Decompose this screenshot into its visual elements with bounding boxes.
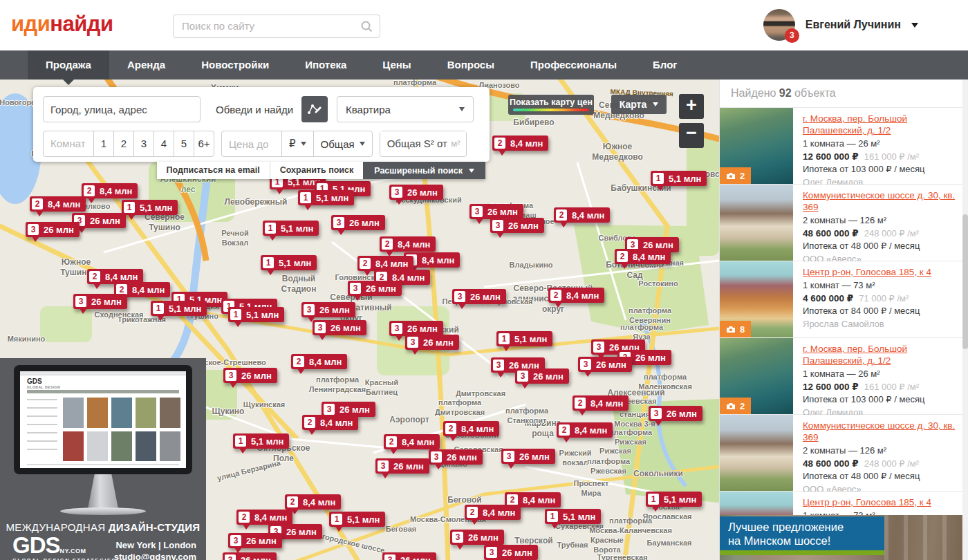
price-marker[interactable]: 28,4 млн — [291, 354, 347, 369]
listing-title-link[interactable]: Центр р-он, Голосова 185, к 4 — [803, 266, 961, 278]
currency-select[interactable]: ₽ — [281, 131, 313, 156]
price-marker[interactable]: 15,1 млн — [329, 512, 385, 527]
price-marker[interactable]: 15,1 млн — [496, 331, 552, 346]
price-marker[interactable]: 15,1 млн — [261, 255, 317, 270]
price-marker[interactable]: 326 млн — [389, 321, 443, 336]
price-marker[interactable]: 326 млн — [469, 204, 523, 219]
price-marker[interactable]: 326 млн — [228, 533, 282, 548]
price-marker[interactable]: 326 млн — [649, 406, 702, 421]
price-marker[interactable]: 326 млн — [450, 530, 504, 545]
price-marker[interactable]: 326 млн — [313, 320, 366, 335]
price-marker[interactable]: 15,1 млн — [151, 301, 207, 316]
area-type-select[interactable]: Общая — [313, 131, 372, 156]
price-marker[interactable]: 326 млн — [301, 302, 355, 317]
map-layer-select[interactable]: Карта — [611, 95, 667, 114]
price-marker[interactable]: 28,4 млн — [236, 510, 292, 525]
price-marker[interactable]: 326 млн — [515, 368, 569, 384]
price-marker[interactable]: 326 млн — [223, 368, 277, 383]
listing-card[interactable]: 2г. Москва, пер. Большой Палашевский, д.… — [720, 108, 968, 185]
room-button-6+[interactable]: 6+ — [194, 131, 214, 156]
price-marker[interactable]: 326 млн — [429, 449, 483, 465]
price-marker[interactable]: 15,1 млн — [233, 433, 289, 449]
price-marker[interactable]: 15,1 млн — [122, 200, 178, 215]
room-button-5[interactable]: 5 — [174, 131, 194, 156]
search-icon[interactable] — [360, 20, 373, 32]
nav-tab-sales[interactable]: Продажа — [28, 50, 109, 80]
zoom-in-button[interactable]: + — [679, 94, 704, 119]
price-to-input[interactable] — [222, 138, 281, 150]
price-marker[interactable]: 326 млн — [223, 552, 277, 560]
price-marker[interactable]: 28,4 млн — [573, 395, 629, 411]
price-marker[interactable]: 326 млн — [452, 289, 506, 304]
zoom-out-button[interactable]: − — [679, 123, 704, 148]
listing-title-link[interactable]: Центр р-он, Голосова 185, к 4 — [803, 496, 961, 508]
scrollbar-thumb[interactable] — [962, 214, 968, 349]
chevron-down-icon[interactable] — [911, 23, 918, 31]
nav-tab-mortgage[interactable]: Ипотека — [287, 50, 364, 80]
price-marker[interactable]: 326 млн — [72, 213, 126, 228]
listing-card[interactable]: Коммунистическое шоссе д. 30, кв. 3692 к… — [720, 185, 968, 261]
price-marker[interactable]: 326 млн — [501, 449, 555, 464]
nav-tab-professionals[interactable]: Профессионалы — [512, 50, 635, 80]
promo-banner[interactable]: Лучшее предложение на Минском шоссе! — [720, 515, 968, 560]
price-marker[interactable]: 326 млн — [578, 357, 632, 372]
draw-on-map-button[interactable] — [301, 96, 328, 122]
price-marker[interactable]: 28,4 млн — [30, 196, 86, 212]
price-marker[interactable]: 15,1 млн — [651, 171, 707, 186]
price-marker[interactable]: 326 млн — [484, 545, 538, 560]
sidebar-scrollbar[interactable] — [962, 80, 968, 560]
property-type-select[interactable]: Квартира — [337, 96, 474, 122]
room-button-2[interactable]: 2 — [113, 131, 133, 156]
price-marker[interactable]: 28,4 млн — [557, 422, 613, 438]
address-input[interactable] — [43, 96, 201, 122]
price-marker[interactable]: 28,4 млн — [443, 421, 499, 436]
room-button-3[interactable]: 3 — [133, 131, 153, 156]
price-marker[interactable]: 326 млн — [375, 458, 429, 474]
listing-card[interactable]: 2г. Москва, пер. Большой Палашевский, д.… — [720, 338, 968, 415]
price-marker[interactable]: 326 млн — [389, 185, 443, 200]
rooms-placeholder[interactable]: Комнат — [44, 131, 93, 156]
listing-card[interactable]: 8Центр р-он, Голосова 185, к 41 комнат —… — [720, 261, 968, 338]
room-button-4[interactable]: 4 — [153, 131, 174, 156]
price-marker[interactable]: 326 млн — [405, 335, 459, 350]
price-marker[interactable]: 326 млн — [331, 215, 385, 230]
price-marker[interactable]: 326 млн — [490, 218, 544, 233]
price-marker[interactable]: 15,1 млн — [545, 509, 601, 524]
price-marker[interactable]: 28,4 млн — [465, 505, 521, 520]
advanced-search-button[interactable]: Расширенный поиск — [363, 162, 485, 179]
user-menu[interactable]: 3 Евгений Лучинин — [763, 9, 918, 41]
room-button-1[interactable]: 1 — [93, 131, 113, 156]
site-logo[interactable]: идинайди — [11, 12, 113, 37]
price-marker[interactable]: 28,4 млн — [82, 183, 138, 198]
price-marker[interactable]: 28,4 млн — [380, 236, 436, 252]
site-search-input[interactable] — [174, 15, 366, 36]
listing-title-link[interactable]: г. Москва, пер. Большой Палашевский, д. … — [803, 343, 961, 366]
price-marker[interactable]: 15,1 млн — [298, 190, 354, 205]
price-marker[interactable]: 326 млн — [382, 552, 436, 560]
nav-tab-prices[interactable]: Цены — [364, 50, 429, 80]
price-marker[interactable]: 15,1 млн — [228, 307, 284, 322]
gds-ad-banner[interactable]: GDSGLOBAL DESIGN МЕЖДУНАРОДНАЯ ДИЗАЙН-СТ… — [0, 358, 206, 560]
price-marker[interactable]: 15,1 млн — [263, 221, 319, 236]
listing-title-link[interactable]: г. Москва, пер. Большой Палашевский, д. … — [803, 113, 961, 136]
price-marker[interactable]: 326 млн — [26, 222, 80, 237]
listing-title-link[interactable]: Коммунистическое шоссе д. 30, кв. 369 — [803, 420, 961, 443]
listing-card[interactable]: Коммунистическое шоссе д. 30, кв. 3692 к… — [720, 415, 968, 492]
nav-tab-new-buildings[interactable]: Новостройки — [183, 50, 287, 80]
nav-tab-rent[interactable]: Аренда — [109, 50, 183, 80]
avatar[interactable]: 3 — [763, 9, 795, 41]
price-marker[interactable]: 28,4 млн — [384, 434, 440, 449]
nav-tab-questions[interactable]: Вопросы — [429, 50, 512, 80]
subscribe-email-button[interactable]: Подписаться на email — [157, 162, 270, 179]
price-marker[interactable]: 15,1 млн — [646, 492, 702, 507]
listing-title-link[interactable]: Коммунистическое шоссе д. 30, кв. 369 — [803, 189, 961, 213]
price-marker[interactable]: 28,4 млн — [548, 288, 604, 303]
price-marker[interactable]: 28,4 млн — [492, 136, 548, 151]
nav-tab-blog[interactable]: Блог — [635, 50, 696, 80]
save-search-button[interactable]: Сохранить поиск — [270, 162, 363, 179]
price-marker[interactable]: 28,4 млн — [302, 415, 358, 430]
show-price-map-button[interactable]: Показать карту цен — [508, 95, 594, 115]
price-marker[interactable]: 28,4 млн — [615, 249, 671, 264]
price-marker[interactable]: 28,4 млн — [357, 256, 413, 271]
price-marker[interactable]: 326 млн — [73, 294, 127, 309]
